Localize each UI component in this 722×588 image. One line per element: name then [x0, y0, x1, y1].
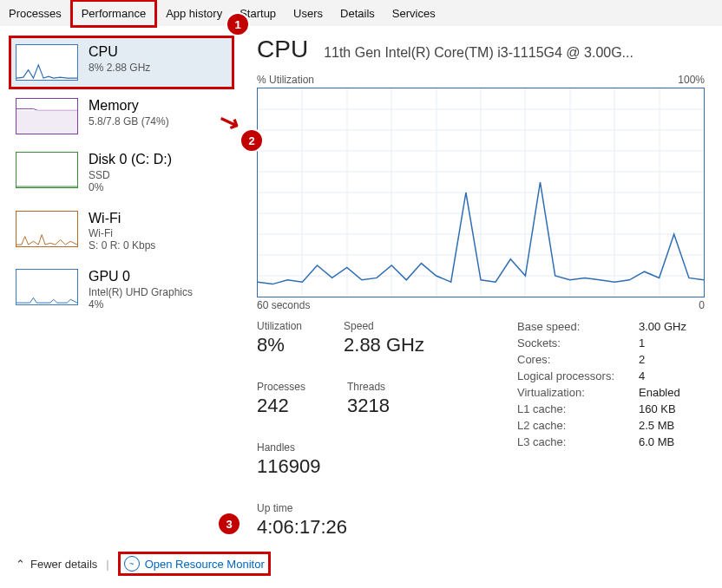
tab-bar: Processes Performance App history Startu…	[0, 0, 722, 27]
val-processes: 242	[257, 395, 305, 417]
sidebar-disk-title: Disk 0 (C: D:)	[89, 152, 172, 167]
val-speed: 2.88 GHz	[344, 334, 424, 356]
spec-v: Enabled	[639, 386, 680, 399]
sidebar: CPU 8% 2.88 GHz Memory 5.8/7.8 GB (74%)	[0, 27, 234, 547]
spec-v: 160 KB	[639, 402, 676, 415]
spec-v: 1	[639, 336, 645, 350]
sidebar-cpu-sub: 8% 2.88 GHz	[89, 62, 150, 74]
sidebar-wifi-sub2: S: 0 R: 0 Kbps	[89, 239, 155, 252]
sidebar-cpu-title: CPU	[89, 44, 150, 60]
sidebar-disk-sub2: 0%	[89, 181, 172, 193]
sidebar-item-cpu[interactable]: CPU 8% 2.88 GHz	[9, 36, 234, 89]
spec-k: Cores:	[517, 353, 630, 366]
lbl-speed: Speed	[344, 320, 424, 332]
resource-monitor-highlight: ~ Open Resource Monitor	[118, 552, 271, 576]
cpu-utilization-chart	[257, 88, 705, 297]
page-title: CPU	[257, 36, 308, 63]
cpu-thumb-chart	[16, 44, 78, 81]
val-utilization: 8%	[257, 334, 302, 356]
lbl-uptime: Up time	[257, 502, 491, 514]
sidebar-item-disk[interactable]: Disk 0 (C: D:) SSD 0%	[9, 143, 234, 202]
sidebar-item-wifi[interactable]: Wi-Fi Wi-Fi S: 0 R: 0 Kbps	[9, 202, 234, 261]
graph-label-bl: 60 seconds	[257, 299, 310, 311]
tab-users[interactable]: Users	[285, 2, 331, 25]
annotation-badge-3: 3	[217, 512, 241, 536]
val-uptime: 4:06:17:26	[257, 516, 491, 539]
annotation-badge-2: 2	[240, 128, 264, 153]
tab-app-history[interactable]: App history	[157, 2, 231, 25]
sidebar-memory-sub: 5.8/7.8 GB (74%)	[89, 115, 169, 127]
graph-label-tr: 100%	[678, 74, 705, 86]
lbl-handles: Handles	[257, 441, 320, 454]
sidebar-disk-sub1: SSD	[89, 169, 172, 181]
memory-thumb-chart	[16, 98, 78, 134]
disk-thumb-chart	[16, 152, 78, 188]
graph-label-tl: % Utilization	[257, 74, 314, 86]
tab-performance[interactable]: Performance	[70, 0, 157, 28]
chevron-up-icon[interactable]: ⌃	[16, 558, 25, 571]
lbl-processes: Processes	[257, 381, 305, 393]
open-resource-monitor-link[interactable]: Open Resource Monitor	[145, 558, 265, 571]
spec-v: 3.00 GHz	[639, 320, 686, 333]
spec-v: 2.5 MB	[639, 419, 674, 432]
spec-k: Base speed:	[517, 320, 630, 333]
sidebar-gpu-title: GPU 0	[89, 269, 193, 284]
graph-label-br: 0	[699, 299, 705, 311]
val-handles: 116909	[257, 455, 320, 478]
lbl-threads: Threads	[347, 381, 390, 393]
sidebar-gpu-sub2: 4%	[89, 298, 193, 310]
spec-k: Sockets:	[517, 336, 630, 350]
main-panel: CPU 11th Gen Intel(R) Core(TM) i3-1115G4…	[234, 27, 722, 547]
fewer-details-link[interactable]: Fewer details	[30, 558, 97, 571]
sidebar-memory-title: Memory	[89, 98, 169, 114]
tab-details[interactable]: Details	[331, 2, 384, 25]
spec-k: Virtualization:	[517, 386, 630, 399]
wifi-thumb-chart	[16, 211, 78, 247]
spec-v: 4	[639, 369, 645, 382]
sidebar-item-memory[interactable]: Memory 5.8/7.8 GB (74%)	[9, 89, 234, 143]
sidebar-wifi-sub1: Wi-Fi	[89, 227, 155, 239]
val-threads: 3218	[347, 395, 390, 417]
cpu-model: 11th Gen Intel(R) Core(TM) i3-1115G4 @ 3…	[324, 45, 705, 61]
svg-rect-0	[16, 110, 77, 134]
tab-services[interactable]: Services	[384, 2, 444, 25]
spec-k: L3 cache:	[517, 435, 630, 448]
spec-k: Logical processors:	[517, 369, 630, 382]
spec-k: L2 cache:	[517, 419, 630, 432]
sidebar-gpu-sub1: Intel(R) UHD Graphics	[89, 286, 193, 298]
gpu-thumb-chart	[16, 269, 78, 305]
annotation-badge-1: 1	[226, 12, 250, 36]
lbl-utilization: Utilization	[257, 320, 302, 332]
spec-v: 2	[639, 353, 645, 366]
tab-processes[interactable]: Processes	[0, 2, 70, 25]
spec-v: 6.0 MB	[639, 435, 674, 448]
sidebar-item-gpu[interactable]: GPU 0 Intel(R) UHD Graphics 4%	[9, 260, 234, 319]
spec-list: Base speed:3.00 GHz Sockets:1 Cores:2 Lo…	[517, 320, 686, 539]
sidebar-wifi-title: Wi-Fi	[89, 211, 155, 226]
resource-monitor-icon: ~	[124, 556, 140, 572]
spec-k: L1 cache:	[517, 402, 630, 415]
separator: |	[106, 558, 108, 571]
